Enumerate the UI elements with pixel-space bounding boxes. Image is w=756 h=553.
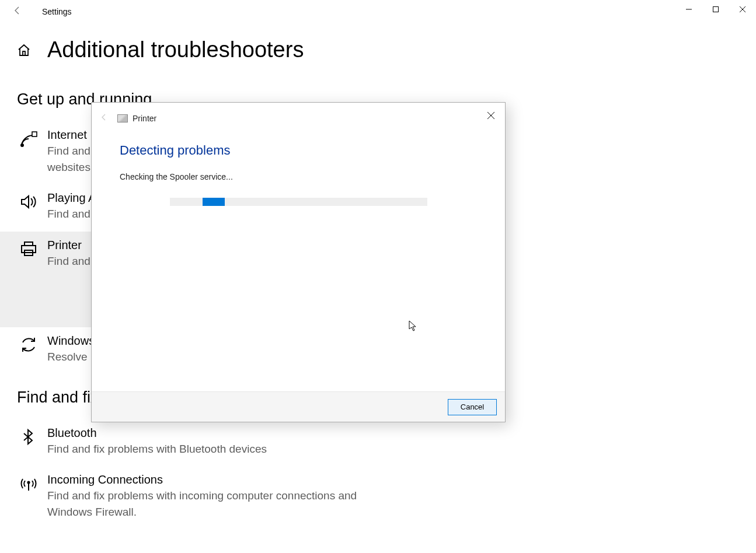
svg-point-11 <box>27 482 29 484</box>
close-button[interactable] <box>729 0 756 19</box>
dialog-close-button[interactable] <box>482 106 500 125</box>
printer-icon <box>17 240 40 258</box>
wifi-icon <box>17 130 40 148</box>
minimize-button[interactable] <box>675 0 702 19</box>
progress-indicator <box>203 198 225 206</box>
maximize-button[interactable] <box>702 0 729 19</box>
ts-title: Incoming Connections <box>47 473 363 487</box>
troubleshooter-list-2: Bluetooth Find and fix problems with Blu… <box>0 419 756 530</box>
dialog-title: Printer <box>133 114 156 123</box>
printer-small-icon <box>117 114 128 123</box>
app-title: Settings <box>42 7 72 16</box>
svg-rect-8 <box>22 246 36 253</box>
titlebar: Settings <box>0 0 756 23</box>
speaker-icon <box>17 192 40 211</box>
page-header: Additional troubleshooters <box>0 23 756 69</box>
dialog-footer: Cancel <box>92 391 505 422</box>
svg-rect-6 <box>32 132 37 136</box>
bluetooth-icon <box>17 428 40 446</box>
progress-bar <box>170 198 427 206</box>
cancel-button[interactable]: Cancel <box>448 399 497 415</box>
ts-title: Bluetooth <box>47 426 267 440</box>
window-controls <box>675 0 756 19</box>
ts-item-incoming-connections[interactable]: Incoming Connections Find and fix proble… <box>0 466 385 529</box>
svg-point-5 <box>21 144 23 146</box>
antenna-icon <box>17 474 40 493</box>
sync-icon <box>17 335 40 354</box>
home-icon[interactable] <box>17 43 31 60</box>
troubleshooter-dialog: Printer Detecting problems Checking the … <box>91 102 506 422</box>
dialog-header: Printer <box>92 103 505 123</box>
dialog-status-text: Checking the Spooler service... <box>120 172 505 181</box>
ts-desc: Find and fix problems with incoming comp… <box>47 488 363 520</box>
page-title: Additional troubleshooters <box>47 37 304 62</box>
ts-item-bluetooth[interactable]: Bluetooth Find and fix problems with Blu… <box>0 419 385 467</box>
svg-rect-4 <box>23 51 25 55</box>
back-button[interactable] <box>13 6 22 18</box>
dialog-section-title: Detecting problems <box>120 143 505 158</box>
svg-rect-1 <box>713 7 719 12</box>
dialog-back-button <box>100 113 108 123</box>
ts-desc: Find and fix problems with Bluetooth dev… <box>47 441 267 457</box>
